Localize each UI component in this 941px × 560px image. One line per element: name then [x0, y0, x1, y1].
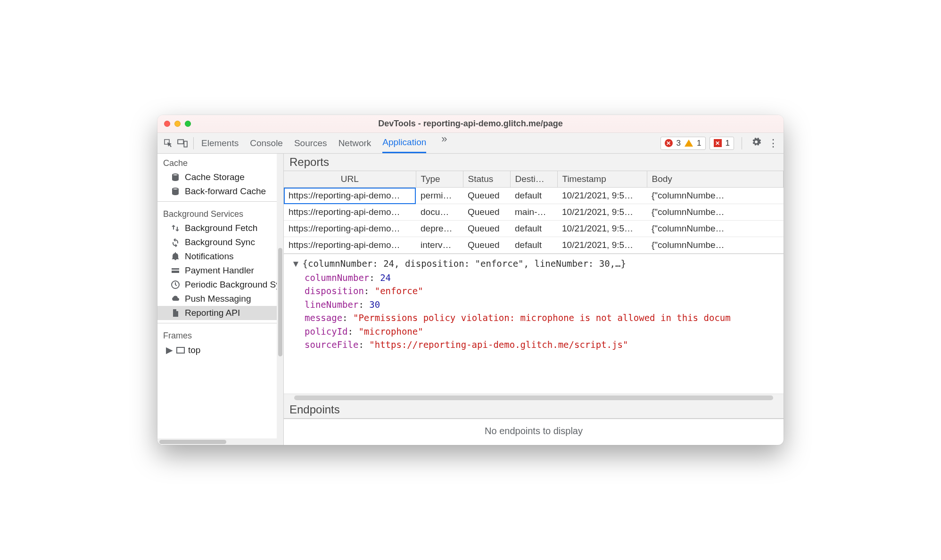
- tab-console[interactable]: Console: [250, 133, 283, 153]
- table-cell: interv…: [416, 237, 463, 254]
- col-body[interactable]: Body: [647, 171, 784, 188]
- table-cell: https://reporting-api-demo…: [284, 204, 416, 221]
- table-cell: docu…: [416, 204, 463, 221]
- issues-count: 1: [726, 139, 730, 148]
- sidebar-item-periodic-background-sync[interactable]: Periodic Background Sync: [157, 278, 283, 292]
- table-cell: https://reporting-api-demo…: [284, 237, 416, 254]
- sidebar-item-label: top: [188, 345, 200, 355]
- sidebar-item-cache-storage[interactable]: Cache Storage: [157, 170, 283, 184]
- reports-heading: Reports: [284, 154, 784, 171]
- issues-badge[interactable]: ✕ 1: [710, 137, 734, 150]
- object-property[interactable]: policyId: "microphone": [291, 325, 778, 338]
- sidebar-heading-background-services: Background Services: [157, 205, 283, 221]
- table-row[interactable]: https://reporting-api-demo…interv…Queued…: [284, 237, 784, 254]
- sidebar-item-label: Cache Storage: [185, 172, 245, 182]
- table-cell: 10/21/2021, 9:5…: [557, 237, 647, 254]
- endpoints-heading: Endpoints: [284, 401, 784, 419]
- scrollbar-thumb[interactable]: [278, 248, 282, 356]
- sidebar-vertical-scrollbar[interactable]: [277, 154, 283, 438]
- col-url[interactable]: URL: [284, 171, 416, 188]
- tab-sources[interactable]: Sources: [294, 133, 327, 153]
- workspace: Cache Cache Storage Back-forward Cache B…: [157, 154, 784, 445]
- object-property[interactable]: sourceFile: "https://reporting-api-demo.…: [291, 338, 778, 352]
- error-icon: ✕: [665, 139, 673, 147]
- scrollbar-thumb[interactable]: [159, 440, 226, 444]
- sidebar-horizontal-scrollbar[interactable]: [157, 438, 283, 445]
- minimize-window-button[interactable]: [174, 121, 181, 127]
- table-row[interactable]: https://reporting-api-demo…depre…Queuedd…: [284, 221, 784, 237]
- table-row[interactable]: https://reporting-api-demo…docu…Queuedma…: [284, 204, 784, 221]
- sidebar-item-label: Background Fetch: [185, 223, 257, 233]
- devtools-toolbar: Elements Console Sources Network Applica…: [157, 133, 784, 154]
- zoom-window-button[interactable]: [185, 121, 191, 127]
- application-sidebar: Cache Cache Storage Back-forward Cache B…: [157, 154, 284, 445]
- database-icon: [171, 173, 180, 182]
- object-property[interactable]: message: "Permissions policy violation: …: [291, 311, 778, 325]
- sidebar-item-notifications[interactable]: Notifications: [157, 249, 283, 264]
- sidebar-item-frame-top[interactable]: ▶ top: [157, 343, 283, 357]
- col-timestamp[interactable]: Timestamp: [557, 171, 647, 188]
- sidebar-item-back-forward-cache[interactable]: Back-forward Cache: [157, 184, 283, 198]
- table-cell: permi…: [416, 188, 463, 204]
- panel-tabs: Elements Console Sources Network Applica…: [201, 133, 660, 153]
- table-cell: depre…: [416, 221, 463, 237]
- toolbar-status: ✕ 3 1 ✕ 1 ⋮: [660, 137, 780, 150]
- col-type[interactable]: Type: [416, 171, 463, 188]
- sidebar-item-label: Background Sync: [185, 237, 255, 247]
- reporting-api-panel: Reports URL Type Status Desti… Timestamp…: [284, 154, 784, 445]
- settings-gear-icon[interactable]: [750, 137, 763, 149]
- close-window-button[interactable]: [164, 121, 170, 127]
- reports-header-row: URL Type Status Desti… Timestamp Body: [284, 171, 784, 188]
- sidebar-heading-frames: Frames: [157, 326, 283, 343]
- tabs-overflow-button[interactable]: »: [437, 133, 451, 153]
- sidebar-item-label: Push Messaging: [185, 294, 251, 304]
- more-menu-icon[interactable]: ⋮: [767, 137, 780, 149]
- sidebar-item-background-sync[interactable]: Background Sync: [157, 235, 283, 249]
- sidebar-divider: [157, 201, 283, 202]
- object-property[interactable]: disposition: "enforce": [291, 284, 778, 298]
- disclosure-triangle-icon[interactable]: ▶: [166, 345, 173, 355]
- sidebar-item-reporting-api[interactable]: Reporting API: [157, 306, 283, 320]
- sidebar-item-label: Notifications: [185, 251, 234, 262]
- table-cell: Queued: [463, 237, 510, 254]
- table-cell: {"columnNumbe…: [647, 188, 784, 204]
- error-count: 3: [677, 139, 681, 148]
- col-status[interactable]: Status: [463, 171, 510, 188]
- table-cell: 10/21/2021, 9:5…: [557, 204, 647, 221]
- tab-application[interactable]: Application: [382, 133, 426, 153]
- sidebar-item-payment-handler[interactable]: Payment Handler: [157, 264, 283, 278]
- bell-icon: [171, 252, 180, 261]
- inspect-element-icon[interactable]: [161, 136, 175, 150]
- object-summary[interactable]: {columnNumber: 24, disposition: "enforce…: [291, 257, 778, 271]
- table-cell: Queued: [463, 188, 510, 204]
- sidebar-item-push-messaging[interactable]: Push Messaging: [157, 292, 283, 306]
- col-destination[interactable]: Desti…: [510, 171, 557, 188]
- title-bar: DevTools - reporting-api-demo.glitch.me/…: [157, 115, 784, 133]
- report-body-object-viewer[interactable]: {columnNumber: 24, disposition: "enforce…: [284, 254, 784, 394]
- tab-elements[interactable]: Elements: [201, 133, 239, 153]
- table-cell: https://reporting-api-demo…: [284, 221, 416, 237]
- object-property[interactable]: lineNumber: 30: [291, 298, 778, 312]
- frame-icon: [176, 346, 185, 355]
- reports-table: URL Type Status Desti… Timestamp Body ht…: [284, 171, 784, 254]
- object-property[interactable]: columnNumber: 24: [291, 271, 778, 285]
- sidebar-heading-cache: Cache: [157, 154, 283, 170]
- sidebar-item-label: Reporting API: [185, 308, 240, 318]
- table-cell: 10/21/2021, 9:5…: [557, 188, 647, 204]
- updown-arrows-icon: [171, 223, 180, 233]
- window-title: DevTools - reporting-api-demo.glitch.me/…: [157, 119, 784, 129]
- object-horizontal-scrollbar[interactable]: [284, 394, 784, 401]
- warning-icon: [685, 140, 693, 147]
- endpoints-empty-message: No endpoints to display: [284, 419, 784, 445]
- clock-icon: [171, 280, 180, 289]
- sync-icon: [171, 238, 180, 247]
- table-cell: default: [510, 188, 557, 204]
- card-icon: [171, 266, 180, 275]
- console-errors-warnings[interactable]: ✕ 3 1: [660, 137, 706, 150]
- table-cell: 10/21/2021, 9:5…: [557, 221, 647, 237]
- tab-network[interactable]: Network: [338, 133, 371, 153]
- device-toolbar-icon[interactable]: [175, 136, 190, 150]
- scrollbar-thumb[interactable]: [294, 395, 773, 400]
- sidebar-item-background-fetch[interactable]: Background Fetch: [157, 221, 283, 235]
- table-row[interactable]: https://reporting-api-demo…permi…Queuedd…: [284, 188, 784, 204]
